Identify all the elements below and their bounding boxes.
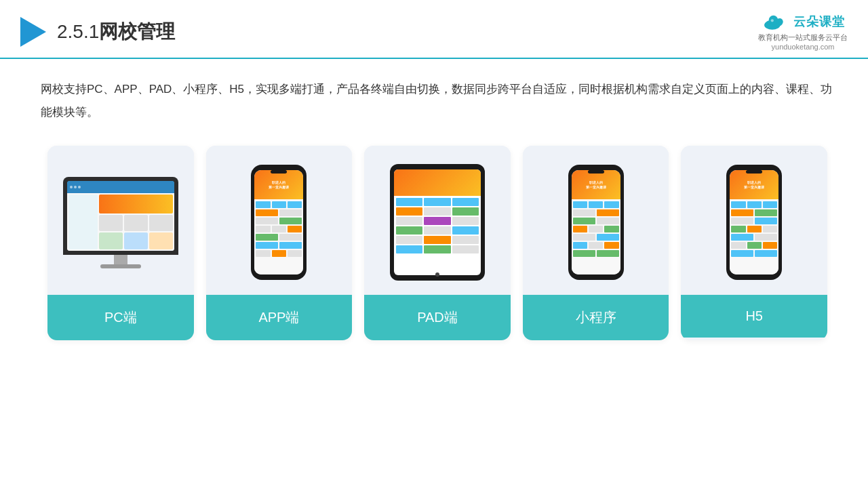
miniapp-screen: 职进人的第一堂兴趣课 — [572, 170, 620, 274]
header-left: 2.5.1网校管理 — [20, 17, 175, 47]
pad-tablet — [390, 164, 485, 281]
h5-phone: 职进人的第一堂兴趣课 — [726, 165, 782, 280]
svg-point-4 — [776, 18, 783, 25]
logo-area: 云朵课堂 教育机构一站式服务云平台 yunduoketang.com — [758, 12, 848, 51]
main-content: 网校支持PC、APP、PAD、小程序、H5，实现多端打通，产品各终端自由切换，数… — [0, 59, 868, 354]
miniapp-phone: 职进人的第一堂兴趣课 — [568, 165, 624, 280]
card-pc-label: PC端 — [47, 295, 194, 340]
card-pc-image — [47, 146, 194, 295]
pad-screen — [394, 169, 481, 275]
card-app-label: APP端 — [206, 295, 353, 340]
monitor-screen — [67, 181, 174, 251]
app-screen: 职进人的第一堂兴趣课 — [254, 170, 303, 274]
play-icon — [20, 17, 46, 47]
card-pc: PC端 — [47, 146, 194, 340]
h5-screen: 职进人的第一堂兴趣课 — [730, 170, 778, 274]
logo-cloud: 云朵课堂 — [761, 12, 845, 31]
cloud-icon — [761, 12, 789, 31]
card-h5-image: 职进人的第一堂兴趣课 — [681, 146, 827, 295]
card-pad-image — [364, 146, 511, 295]
card-miniapp-label: 小程序 — [523, 295, 669, 340]
card-pad: PAD端 — [364, 146, 511, 340]
card-app: 职进人的第一堂兴趣课 APP端 — [206, 146, 353, 340]
monitor-frame — [63, 177, 178, 255]
description-text: 网校支持PC、APP、PAD、小程序、H5，实现多端打通，产品各终端自由切换，数… — [41, 78, 834, 124]
card-miniapp-image: 职进人的第一堂兴趣课 — [523, 146, 669, 295]
card-pad-label: PAD端 — [364, 295, 511, 340]
logo-url: yunduoketang.com — [772, 43, 835, 51]
card-h5: 职进人的第一堂兴趣课 H5 — [681, 146, 827, 340]
header: 2.5.1网校管理 云朵课堂 教育机构一站式服务云平台 yunduoketang… — [0, 0, 868, 59]
logo-name: 云朵课堂 — [793, 14, 845, 30]
svg-point-5 — [771, 19, 774, 22]
app-phone: 职进人的第一堂兴趣课 — [251, 165, 307, 280]
cards-area: PC端 职进人的第一堂兴趣课 — [41, 146, 834, 340]
pc-monitor — [63, 177, 178, 268]
card-miniapp: 职进人的第一堂兴趣课 小程序 — [523, 146, 669, 340]
card-h5-label: H5 — [681, 295, 827, 338]
logo-tagline: 教育机构一站式服务云平台 — [758, 33, 848, 43]
card-app-image: 职进人的第一堂兴趣课 — [206, 146, 353, 295]
page-title: 2.5.1网校管理 — [57, 19, 175, 45]
